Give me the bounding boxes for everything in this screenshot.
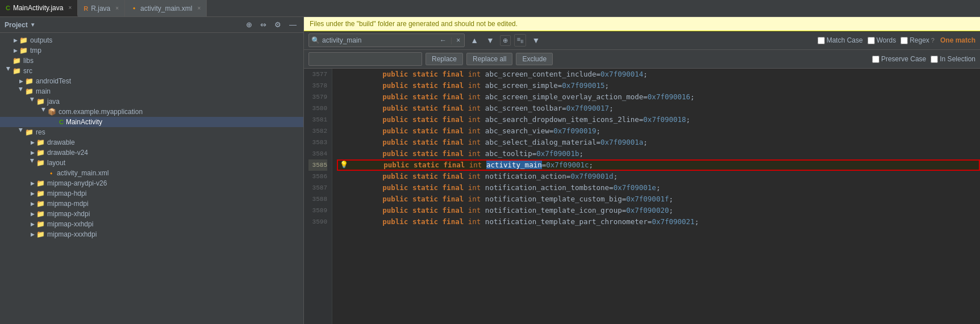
tab-activity-xml[interactable]: 🔸 activity_main.xml ×	[125, 0, 207, 16]
tree-item-package[interactable]: ▶ 📦 com.example.myapplication	[0, 107, 303, 117]
tree-item-drawable[interactable]: ▶ 📁 drawable	[0, 137, 303, 148]
collapse-arrow: ▶	[28, 140, 36, 145]
tree-item-mipmap-xhdpi[interactable]: ▶ 📁 mipmap-xhdpi	[0, 209, 303, 219]
tab-r-java[interactable]: R R.java ×	[78, 0, 125, 16]
regex-option[interactable]: Regex ?	[900, 36, 935, 44]
folder-icon: 📁	[36, 200, 45, 208]
item-label: res	[36, 128, 45, 136]
tree-item-activity-main-xml[interactable]: ▶ 🔸 activity_main.xml	[0, 168, 303, 178]
tree-item-mipmap-hdpi[interactable]: ▶ 📁 mipmap-hdpi	[0, 188, 303, 199]
replace-bar: Replace Replace all Exclude Preserve Cas…	[304, 50, 980, 69]
match-pair-btn[interactable]: ≡II	[514, 34, 527, 46]
code-line: public static final int notification_tem…	[337, 216, 980, 228]
replace-input[interactable]	[311, 55, 419, 63]
tree-item-res[interactable]: ▶ 📁 res	[0, 127, 303, 137]
search-match-highlight: activity_main	[486, 161, 542, 169]
find-prev-btn[interactable]: ▲	[468, 35, 481, 46]
code-line: public static final int abc_screen_simpl…	[337, 80, 980, 91]
divider: |	[451, 36, 452, 44]
tree-item-mipmap-xxhdpi[interactable]: ▶ 📁 mipmap-xxhdpi	[0, 219, 303, 229]
tree-item-mipmap-anydpi[interactable]: ▶ 📁 mipmap-anydpi-v26	[0, 178, 303, 188]
folder-icon: 📁	[36, 138, 45, 146]
item-label: src	[23, 67, 32, 75]
folder-icon: 📁	[36, 159, 45, 167]
match-result: One match	[940, 36, 975, 44]
collapse-arrow: ▶	[28, 150, 36, 155]
tab-label: activity_main.xml	[140, 5, 192, 12]
collapse-arrow: ▶	[28, 191, 36, 196]
folder-icon: 📁	[36, 149, 45, 157]
item-label: mipmap-mdpi	[47, 200, 89, 208]
in-selection-label: In Selection	[940, 55, 975, 63]
code-text: public static final int abc_search_dropd…	[348, 114, 690, 125]
close-sidebar-btn[interactable]: —	[287, 19, 299, 30]
code-text: public static final int abc_tooltip=0x7f…	[348, 148, 583, 159]
xml-file-icon: 🔸	[48, 170, 55, 176]
dropdown-arrow-icon[interactable]: ▼	[30, 22, 36, 28]
tab-label: R.java	[91, 5, 110, 12]
tree-item-mipmap-xxxhdpi[interactable]: ▶ 📁 mipmap-xxxhdpi	[0, 229, 303, 239]
line-number: 3581	[308, 114, 327, 125]
code-line: public static final int notification_tem…	[337, 205, 980, 216]
code-text: public static final int activity_main=0x…	[349, 159, 593, 171]
match-case-label: Match Case	[827, 36, 863, 44]
tree-item-outputs[interactable]: ▶ 📁 outputs	[0, 35, 303, 45]
in-selection-checkbox[interactable]	[931, 56, 938, 63]
locate-file-btn[interactable]: ⊕	[244, 19, 255, 30]
preserve-case-option[interactable]: Preserve Case	[872, 55, 926, 63]
tree-item-mipmap-mdpi[interactable]: ▶ 📁 mipmap-mdpi	[0, 199, 303, 209]
tab-close-btn[interactable]: ×	[68, 5, 72, 11]
tree-item-drawable-v24[interactable]: ▶ 📁 drawable-v24	[0, 148, 303, 158]
tree-item-main[interactable]: ▶ 📁 main	[0, 86, 303, 96]
exclude-btn[interactable]: Exclude	[516, 53, 553, 65]
code-editor[interactable]: 3577 3578 3579 3580 3581 3582 3583 3584 …	[304, 69, 980, 324]
regex-help-icon: ?	[931, 37, 935, 44]
code-line: public static final int abc_tooltip=0x7f…	[337, 148, 980, 159]
prev-occurrence-btn[interactable]: ←	[438, 36, 448, 44]
replace-all-btn[interactable]: Replace all	[466, 53, 512, 65]
find-next-btn[interactable]: ▼	[484, 35, 497, 46]
xml-icon: 🔸	[131, 5, 137, 11]
tab-main-activity[interactable]: C MainActivity.java ×	[0, 0, 78, 16]
collapse-arrow: ▶	[11, 37, 19, 43]
line-number: 3589	[308, 205, 327, 216]
tree-item-mainactivity[interactable]: ▶ C MainActivity	[0, 117, 303, 127]
item-label: mipmap-xxxhdpi	[47, 230, 97, 238]
find-word-btn[interactable]: ⊕	[500, 35, 511, 46]
tree-item-src[interactable]: ▶ 📁 src	[0, 66, 303, 76]
line-number: 3577	[308, 69, 327, 80]
tree-item-libs[interactable]: ▶ 📁 libs	[0, 56, 303, 66]
tab-close-btn[interactable]: ×	[115, 5, 119, 11]
replace-btn[interactable]: Replace	[426, 53, 463, 65]
collapse-all-btn[interactable]: ⇔	[258, 19, 269, 30]
code-text: public static final int notification_tem…	[348, 193, 673, 205]
line-number: 3590	[308, 216, 327, 228]
code-text: public static final int abc_screen_simpl…	[348, 80, 609, 91]
folder-icon: 📁	[36, 220, 45, 228]
line-number: 3582	[308, 125, 327, 137]
match-case-checkbox[interactable]	[818, 37, 825, 44]
in-selection-option[interactable]: In Selection	[931, 55, 975, 63]
editor-area: Files under the "build" folder are gener…	[304, 17, 980, 324]
folder-icon: 📁	[19, 36, 28, 44]
tree-item-tmp[interactable]: ▶ 📁 tmp	[0, 45, 303, 56]
close-search-btn[interactable]: ×	[454, 36, 462, 44]
filter-btn[interactable]: ▼	[529, 35, 542, 46]
search-bar: 🔍 ← | × ▲ ▼ ⊕ ≡II ▼ Match Case	[304, 31, 980, 50]
preserve-case-checkbox[interactable]	[872, 56, 879, 63]
tree-item-androidtest[interactable]: ▶ 📁 androidTest	[0, 76, 303, 86]
settings-btn[interactable]: ⚙	[272, 19, 283, 30]
regex-checkbox[interactable]	[900, 37, 908, 44]
line-number: 3580	[308, 103, 327, 114]
tab-close-btn[interactable]: ×	[197, 5, 201, 11]
tree-item-layout[interactable]: ▶ 📁 layout	[0, 158, 303, 168]
collapse-arrow: ▶	[17, 78, 25, 84]
search-input[interactable]	[322, 36, 436, 44]
words-option[interactable]: Words	[868, 36, 896, 44]
words-checkbox[interactable]	[868, 37, 875, 44]
info-text: Files under the "build" folder are gener…	[310, 20, 518, 28]
match-case-option[interactable]: Match Case	[818, 36, 863, 44]
tree-item-java[interactable]: ▶ 📁 java	[0, 96, 303, 107]
line-number: 3578	[308, 80, 327, 91]
line-number: 3587	[308, 182, 327, 193]
